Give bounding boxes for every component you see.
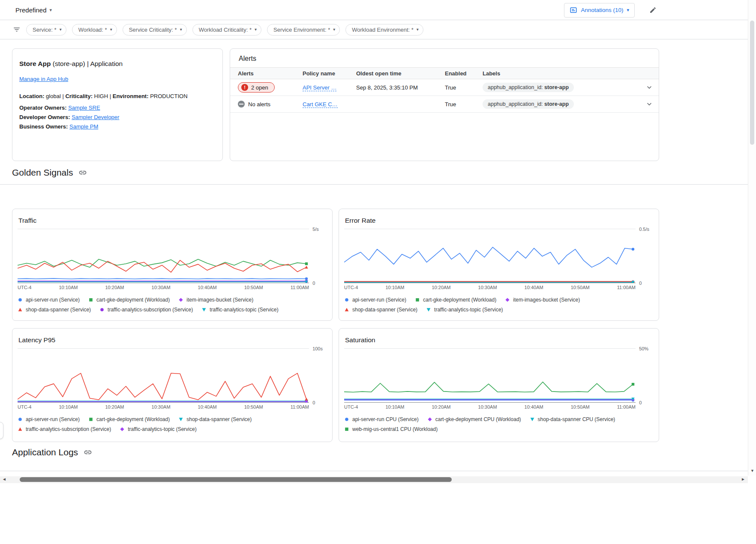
- legend-item[interactable]: api-server-run (Service): [18, 416, 80, 422]
- x-tick-label: 10:50AM: [244, 404, 263, 409]
- traffic-plot[interactable]: [18, 229, 308, 283]
- edit-icon[interactable]: [649, 6, 657, 14]
- filter-chip-label: Service Criticality: *: [129, 27, 177, 33]
- annotations-button[interactable]: Annotations (10) ▾: [564, 3, 635, 18]
- operator-owner-link[interactable]: Sample SRE: [68, 105, 100, 111]
- legend-item[interactable]: shop-data-spanner (Service): [344, 307, 417, 313]
- filter-bar: Service: *▾ Workload: *▾ Service Critica…: [0, 20, 748, 39]
- chart-title: Saturation: [345, 336, 654, 344]
- chart-legend: api-server-run (Service)cart-gke-deploym…: [18, 416, 313, 432]
- legend-item[interactable]: shop-data-spanner (Service): [178, 416, 252, 422]
- legend-label: shop-data-spanner (Service): [186, 416, 252, 422]
- x-tick-label: 11:00AM: [617, 404, 636, 409]
- application-title: Store App (store-app) | Application: [19, 60, 216, 68]
- expand-row-icon[interactable]: [645, 83, 654, 92]
- latency-plot[interactable]: [18, 348, 308, 403]
- legend-item[interactable]: shop-data-spanner (Service): [18, 307, 91, 313]
- vertical-scrollbar[interactable]: ▼: [748, 0, 756, 475]
- legend-marker-circle-icon: [18, 417, 23, 422]
- y-zero-label: 0: [639, 400, 642, 405]
- x-tick-label: 10:50AM: [571, 285, 590, 290]
- horizontal-scrollbar[interactable]: ◄ ►: [0, 476, 748, 483]
- y-max-label: 0.5/s: [639, 227, 649, 232]
- alert-status-text: 2 open: [251, 84, 268, 91]
- error-rate-plot[interactable]: [344, 229, 635, 283]
- legend-item[interactable]: cart-gke-deployment (Workload): [88, 416, 170, 422]
- section-link-icon[interactable]: [78, 168, 87, 177]
- filter-chip-service-environment[interactable]: Service Environment: *▾: [267, 24, 340, 36]
- environment-label: Environment:: [113, 93, 149, 99]
- view-selector-dropdown[interactable]: Predefined ▾: [15, 6, 52, 14]
- saturation-plot[interactable]: [344, 348, 635, 403]
- application-title-suffix: (store-app) | Application: [51, 60, 123, 67]
- legend-label: shop-data-spanner (Service): [26, 307, 91, 313]
- criticality-label: Criticality:: [65, 93, 93, 99]
- criticality-value: HIGH: [93, 93, 108, 99]
- expand-row-icon[interactable]: [645, 100, 654, 108]
- legend-item[interactable]: shop-data-spanner CPU (Service): [530, 416, 615, 422]
- legend-item[interactable]: web-mig-us-central1 CPU (Workload): [344, 426, 438, 432]
- meta-separator: |: [61, 93, 66, 99]
- x-tick-label: 10:40AM: [525, 285, 543, 290]
- alert-row: No alerts Cart GKE C… True apphub_applic…: [230, 96, 659, 113]
- legend-item[interactable]: traffic-analytics-topic (Service): [120, 426, 197, 432]
- label-key: apphub_application_id:: [488, 84, 544, 90]
- legend-item[interactable]: item-images-bucket (Service): [505, 297, 580, 303]
- column-header-labels: Labels: [483, 70, 640, 77]
- location-label: Location:: [19, 93, 45, 99]
- application-logs-heading: Application Logs: [12, 447, 92, 457]
- legend-label: traffic-analytics-topic (Service): [210, 307, 279, 313]
- legend-item[interactable]: traffic-analytics-topic (Service): [426, 307, 503, 313]
- legend-marker-circle-icon: [344, 297, 349, 302]
- filter-chip-label: Service Environment: *: [273, 27, 330, 33]
- x-ticks: UTC-410:10AM10:20AM10:30AM10:40AM10:50AM…: [344, 285, 636, 290]
- filter-chip-workload-environment[interactable]: Workload Environment: *▾: [345, 24, 423, 36]
- developer-owners-label: Developer Owners:: [19, 114, 70, 120]
- legend-label: shop-data-spanner CPU (Service): [538, 416, 615, 422]
- filter-chip-workload-criticality[interactable]: Workload Criticality: *▾: [192, 24, 261, 36]
- legend-marker-triangle-down-icon: [201, 307, 207, 312]
- legend-item[interactable]: api-server-run CPU (Service): [344, 416, 419, 422]
- filter-chip-service-criticality[interactable]: Service Criticality: *▾: [123, 24, 187, 36]
- legend-marker-diamond-icon: [505, 297, 510, 302]
- legend-item[interactable]: item-images-bucket (Service): [178, 297, 253, 303]
- policy-name-link[interactable]: Cart GKE C…: [303, 101, 338, 108]
- business-owner-link[interactable]: Sample PM: [69, 123, 98, 130]
- application-meta: Location: global | Criticality: HIGH | E…: [19, 93, 216, 99]
- y-zero-label: 0: [639, 281, 642, 286]
- legend-item[interactable]: api-server-run (Service): [344, 297, 406, 303]
- legend-item[interactable]: api-server-run (Service): [18, 297, 80, 303]
- scroll-right-arrow-icon[interactable]: ►: [741, 477, 745, 481]
- legend-item[interactable]: traffic-analytics-subscription (Service): [18, 426, 111, 432]
- legend-item[interactable]: traffic-analytics-subscription (Service): [99, 307, 193, 313]
- legend-item[interactable]: traffic-analytics-topic (Service): [201, 307, 279, 313]
- vertical-scrollbar-thumb[interactable]: [750, 21, 754, 145]
- filter-chip-service[interactable]: Service: *▾: [26, 24, 66, 36]
- open-alerts-badge[interactable]: ! 2 open: [238, 82, 275, 93]
- operator-owners-row: Operator Owners: Sample SRE: [19, 103, 216, 113]
- scroll-left-arrow-icon[interactable]: ◄: [2, 477, 6, 481]
- legend-item[interactable]: cart-gke-deployment (Workload): [415, 297, 496, 303]
- chevron-down-icon: ▾: [60, 27, 62, 32]
- enabled-value: True: [445, 84, 483, 91]
- column-header-alerts: Alerts: [238, 70, 303, 77]
- legend-marker-triangle-up-icon: [18, 427, 23, 432]
- scroll-down-arrow-icon[interactable]: ▼: [748, 469, 756, 473]
- legend-marker-triangle-down-icon: [178, 417, 183, 422]
- x-tick-label: UTC-4: [18, 404, 31, 409]
- legend-item[interactable]: cart-gke-deployment CPU (Workload): [427, 416, 521, 422]
- alerts-card-title: Alerts: [230, 49, 659, 67]
- legend-label: cart-gke-deployment (Workload): [96, 416, 170, 422]
- manage-in-app-hub-link[interactable]: Manage in App Hub: [19, 76, 68, 82]
- legend-item[interactable]: cart-gke-deployment (Workload): [88, 297, 170, 303]
- developer-owner-link[interactable]: Sampler Developer: [72, 114, 119, 120]
- x-tick-label: 10:20AM: [432, 404, 450, 409]
- filter-chip-workload[interactable]: Workload: *▾: [72, 24, 117, 36]
- chevron-down-icon: ▾: [333, 27, 335, 32]
- developer-owners-row: Developer Owners: Sampler Developer: [19, 113, 216, 122]
- legend-marker-diamond-icon: [427, 417, 432, 422]
- left-edge-peek-button[interactable]: [0, 422, 3, 439]
- policy-name-link[interactable]: API Server …: [303, 84, 336, 91]
- section-link-icon[interactable]: [84, 448, 92, 457]
- horizontal-scrollbar-thumb[interactable]: [20, 477, 452, 482]
